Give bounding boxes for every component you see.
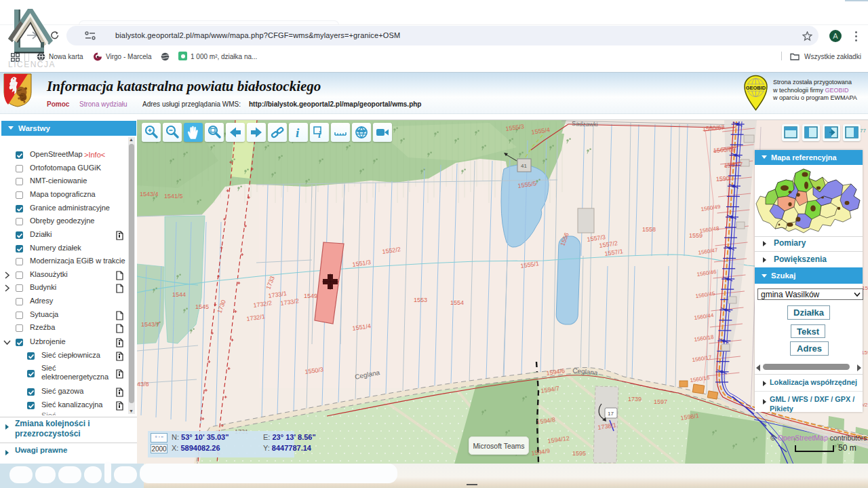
svg-text:1541/5: 1541/5 [164, 193, 183, 200]
svg-text:1590: 1590 [715, 175, 730, 183]
svg-text:1554: 1554 [450, 299, 464, 306]
svg-text:1739: 1739 [628, 396, 642, 402]
svg-text:1597: 1597 [654, 398, 667, 405]
svg-text:GEOBID: GEOBID [746, 85, 766, 91]
svg-text:1595: 1595 [572, 450, 586, 457]
svg-text:i: i [296, 126, 300, 140]
svg-text:1544: 1544 [172, 291, 186, 298]
svg-text:1545: 1545 [195, 303, 209, 310]
svg-text:43/8: 43/8 [137, 381, 149, 388]
svg-text:77: 77 [860, 128, 866, 134]
svg-text:41: 41 [521, 163, 527, 169]
svg-text:1549: 1549 [304, 293, 317, 299]
svg-text:1560/7: 1560/7 [724, 161, 743, 169]
svg-text:1543/7: 1543/7 [141, 321, 160, 328]
svg-text:LICENCJA: LICENCJA [8, 60, 56, 69]
svg-text:1553: 1553 [414, 297, 427, 303]
svg-text:17: 17 [608, 411, 614, 417]
svg-text:1543/4: 1543/4 [140, 191, 159, 198]
svg-text:Sadzawki: Sadzawki [572, 120, 598, 128]
svg-text:1558: 1558 [642, 226, 656, 233]
